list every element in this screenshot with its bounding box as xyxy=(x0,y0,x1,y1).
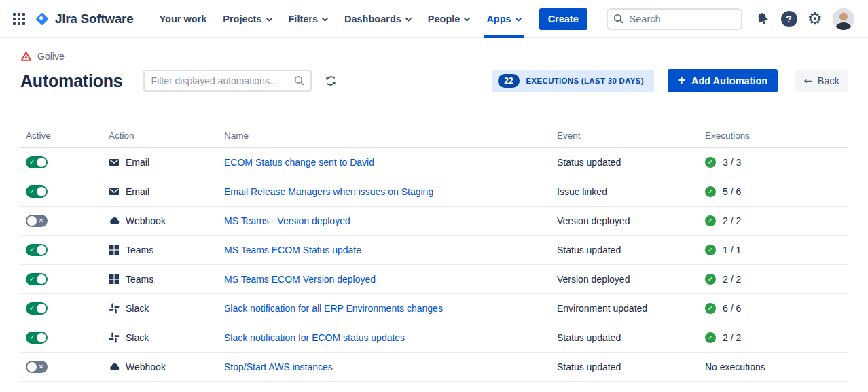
nav-item-dashboards[interactable]: Dashboards xyxy=(336,0,420,38)
search-input[interactable] xyxy=(607,8,742,30)
toggle-on[interactable]: ✓ xyxy=(26,332,48,344)
page-title: Automations xyxy=(20,71,123,91)
automation-name-link[interactable]: Email Release Managers when issues on St… xyxy=(224,186,433,197)
event-cell: Issue linked xyxy=(551,186,700,197)
refresh-button[interactable] xyxy=(323,73,338,88)
toggle-on[interactable]: ✓ xyxy=(26,302,48,315)
executions-value: 2 / 2 xyxy=(723,215,741,226)
create-button[interactable]: Create xyxy=(539,8,587,30)
teams-icon xyxy=(109,245,120,255)
top-navigation-bar: Jira Software Your workProjectsFiltersDa… xyxy=(0,0,868,38)
toggle-on[interactable]: ✓ xyxy=(26,156,48,168)
action-cell: Email xyxy=(103,186,219,197)
webhook-cloud-icon xyxy=(109,215,120,226)
automation-name-link[interactable]: ECOM Status change sent to David xyxy=(224,157,374,168)
automation-name-link[interactable]: Slack notification for ECOM status updat… xyxy=(224,332,405,343)
table-header-row: Active Action Name Event Executions xyxy=(20,130,848,148)
nav-item-apps[interactable]: Apps xyxy=(478,0,529,38)
toggle-on[interactable]: ✓ xyxy=(26,244,48,256)
back-button[interactable]: ← Back xyxy=(795,70,848,92)
success-check-icon: ✓ xyxy=(705,245,716,255)
chevron-down-icon xyxy=(322,18,328,22)
toggle-knob xyxy=(37,274,46,284)
app-switcher-icon[interactable] xyxy=(8,8,30,30)
automation-name-link[interactable]: Slack notification for all ERP Environme… xyxy=(224,303,443,314)
breadcrumb[interactable]: Golive xyxy=(20,50,848,63)
table-row: ✓TeamsMS Teams ECOM Status updateStatus … xyxy=(20,236,848,265)
automation-name-link[interactable]: MS Teams ECOM Version deployed xyxy=(224,274,376,285)
action-cell: Slack xyxy=(103,303,219,314)
executions-value: 6 / 6 xyxy=(723,303,741,314)
table-row: ✓EmailECOM Status change sent to DavidSt… xyxy=(20,148,848,177)
event-cell: Status updated xyxy=(551,361,700,372)
action-cell: Webhook xyxy=(103,215,219,226)
automation-name-link[interactable]: Stop/Start AWS instances xyxy=(224,361,333,372)
filter-automations-input[interactable] xyxy=(143,70,312,92)
automation-name-link[interactable]: MS Teams ECOM Status update xyxy=(224,245,361,255)
notifications-bell-icon[interactable] xyxy=(755,11,771,27)
toggle-on[interactable]: ✓ xyxy=(26,185,48,198)
refresh-icon xyxy=(325,75,337,87)
event-cell: Environment updated xyxy=(551,303,700,314)
action-label: Teams xyxy=(126,274,153,285)
executions-cell: ✓5 / 6 xyxy=(700,186,848,197)
table-body: ✓EmailECOM Status change sent to DavidSt… xyxy=(20,148,848,382)
check-icon: ✓ xyxy=(29,159,35,166)
action-label: Email xyxy=(126,186,149,197)
nav-item-your-work[interactable]: Your work xyxy=(151,0,215,38)
active-cell: ✓ xyxy=(20,302,103,315)
toggle-on[interactable]: ✓ xyxy=(26,273,48,285)
grid-dots-icon xyxy=(13,13,25,25)
automation-name-link[interactable]: MS Teams - Version deployed xyxy=(224,215,350,226)
cross-icon: ✕ xyxy=(39,363,44,370)
name-cell: Slack notification for all ERP Environme… xyxy=(219,303,551,314)
active-cell: ✓ xyxy=(20,185,103,198)
filter-field xyxy=(143,70,312,92)
success-check-icon: ✓ xyxy=(705,274,716,285)
action-label: Slack xyxy=(126,303,149,314)
check-icon: ✓ xyxy=(29,188,35,195)
executions-value: 2 / 2 xyxy=(723,332,741,343)
active-cell: ✓ xyxy=(20,273,103,285)
name-cell: Stop/Start AWS instances xyxy=(219,361,551,372)
nav-item-label: Dashboards xyxy=(344,14,401,24)
action-label: Webhook xyxy=(126,361,166,372)
success-check-icon: ✓ xyxy=(705,303,716,314)
filter-search-icon xyxy=(293,75,305,89)
settings-gear-icon[interactable]: ⚙ xyxy=(808,11,822,27)
nav-item-label: People xyxy=(428,14,460,24)
breadcrumb-app-name[interactable]: Golive xyxy=(37,51,65,62)
event-cell: Status updated xyxy=(551,157,700,168)
nav-item-label: Apps xyxy=(486,14,511,24)
executions-cell: ✓2 / 2 xyxy=(700,215,848,226)
jira-logo[interactable]: Jira Software xyxy=(34,11,133,27)
name-cell: Slack notification for ECOM status updat… xyxy=(219,332,551,343)
nav-item-filters[interactable]: Filters xyxy=(281,0,337,38)
nav-item-people[interactable]: People xyxy=(420,0,479,38)
column-header-executions: Executions xyxy=(700,130,848,141)
primary-nav: Your workProjectsFiltersDashboardsPeople… xyxy=(151,0,529,38)
search-icon xyxy=(613,13,624,27)
toggle-off[interactable]: ✕ xyxy=(26,361,48,373)
toggle-knob xyxy=(37,158,46,167)
table-row: ✓SlackSlack notification for ECOM status… xyxy=(20,323,848,353)
executions-summary-button[interactable]: 22 EXECUTIONS (LAST 30 DAYS) xyxy=(492,70,654,92)
event-cell: Status updated xyxy=(551,332,700,343)
toggle-knob xyxy=(37,187,46,196)
nav-item-label: Your work xyxy=(159,14,206,24)
success-check-icon: ✓ xyxy=(705,186,716,197)
name-cell: ECOM Status change sent to David xyxy=(219,157,551,168)
toggle-off[interactable]: ✕ xyxy=(26,215,48,227)
nav-item-label: Filters xyxy=(289,14,319,24)
table-row: ✓TeamsMS Teams ECOM Version deployedVers… xyxy=(20,265,848,294)
add-automation-button[interactable]: + Add Automation xyxy=(668,69,778,92)
nav-item-projects[interactable]: Projects xyxy=(215,0,280,38)
success-check-icon: ✓ xyxy=(705,332,716,343)
email-icon xyxy=(109,157,120,168)
toggle-knob xyxy=(37,245,46,255)
back-arrow-icon: ← xyxy=(803,76,812,86)
user-avatar[interactable] xyxy=(833,8,854,30)
toggle-knob xyxy=(37,304,46,313)
help-icon[interactable]: ? xyxy=(781,11,797,27)
jira-diamond-icon xyxy=(34,11,50,27)
